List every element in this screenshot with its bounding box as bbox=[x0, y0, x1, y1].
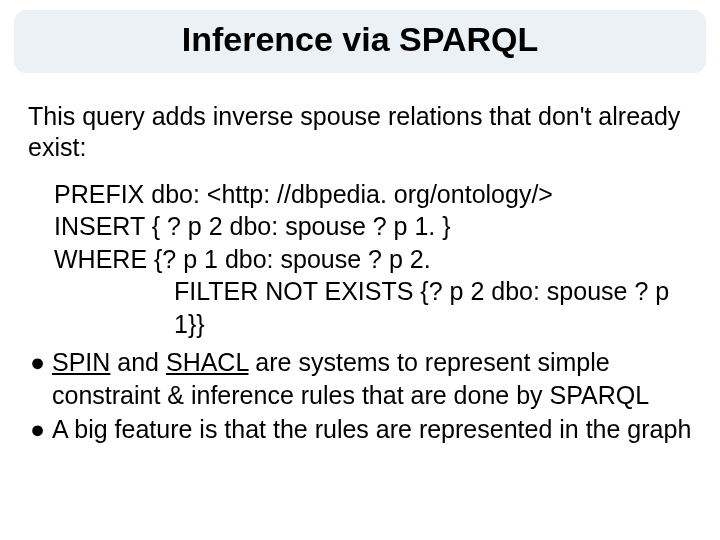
link-shacl: SHACL bbox=[166, 348, 248, 376]
bullet-item-2: ● A big feature is that the rules are re… bbox=[28, 413, 692, 446]
title-bar: Inference via SPARQL bbox=[14, 10, 706, 73]
bullet-list: ● SPIN and SHACL are systems to represen… bbox=[28, 346, 692, 446]
intro-text: This query adds inverse spouse relations… bbox=[28, 101, 692, 164]
bullet-text-1: SPIN and SHACL are systems to represent … bbox=[52, 346, 692, 411]
slide-title: Inference via SPARQL bbox=[14, 20, 706, 59]
bullet-item-1: ● SPIN and SHACL are systems to represen… bbox=[28, 346, 692, 411]
bullet-dot-icon: ● bbox=[28, 413, 52, 446]
code-line-3: WHERE {? p 1 dbo: spouse ? p 2. bbox=[54, 243, 692, 276]
link-spin: SPIN bbox=[52, 348, 110, 376]
code-line-4: FILTER NOT EXISTS {? p 2 dbo: spouse ? p… bbox=[54, 275, 692, 340]
code-block: PREFIX dbo: <http: //dbpedia. org/ontolo… bbox=[54, 178, 692, 341]
code-line-1: PREFIX dbo: <http: //dbpedia. org/ontolo… bbox=[54, 178, 692, 211]
bullet-text-1-and: and bbox=[110, 348, 166, 376]
code-line-2: INSERT { ? p 2 dbo: spouse ? p 1. } bbox=[54, 210, 692, 243]
bullet-dot-icon: ● bbox=[28, 346, 52, 411]
bullet-text-2: A big feature is that the rules are repr… bbox=[52, 413, 692, 446]
